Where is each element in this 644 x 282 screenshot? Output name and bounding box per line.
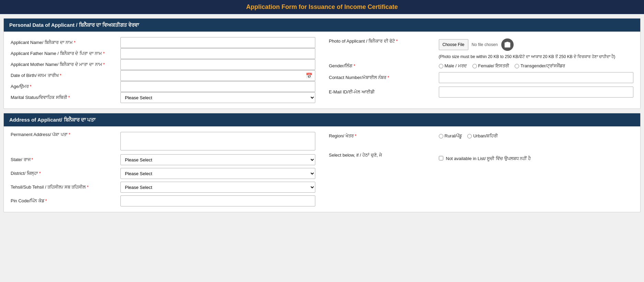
email-input[interactable] bbox=[439, 87, 634, 98]
select-below-label: Select below, if / ਹੇਠਾਂ ਚੁਣੋ, ਜੇ bbox=[329, 153, 435, 158]
mother-name-group: Applicant Mother Name/ ਬਿਨੈਕਾਰ ਦੇ ਮਾਤਾ ਦ… bbox=[11, 59, 315, 70]
gender-female-radio[interactable] bbox=[472, 64, 477, 68]
state-group: State/ ਰਾਜ* Please Select bbox=[11, 154, 315, 165]
gender-group: Gender/ਲਿੰਗ* Male / ਮਰਦ Female/ ਇਸਤਰੀ bbox=[329, 63, 634, 69]
dob-group: Date of Birth/ ਜਨਮ ਤਾਰੀਖ* 📅 bbox=[11, 70, 315, 81]
father-name-label: Applicant Father Name / ਬਿਨੈਕਾਰ ਦੇ ਪਿਤਾ … bbox=[11, 51, 117, 56]
personal-data-section: Personal Data of Applicant / ਬਿਨੈਕਾਰ ਦਾ … bbox=[3, 18, 641, 109]
marital-status-group: Marital Status/ਵਿਵਾਹਿਕ ਸਥਿਤੀ* Please Sel… bbox=[11, 92, 315, 103]
region-rural-radio[interactable] bbox=[439, 134, 443, 138]
gender-female-option[interactable]: Female/ ਇਸਤਰੀ bbox=[472, 63, 510, 69]
personal-left-col: Applicant Name/ ਬਿਨੈਕਾਰ ਦਾ ਨਾਮ* Applican… bbox=[11, 37, 315, 103]
gender-radio-group: Male / ਮਰਦ Female/ ਇਸਤਰੀ Transgender/ਟ੍ਰ… bbox=[439, 63, 565, 69]
mother-name-input[interactable] bbox=[120, 59, 315, 70]
applicant-name-label: Applicant Name/ ਬਿਨੈਕਾਰ ਦਾ ਨਾਮ* bbox=[11, 40, 117, 45]
contact-label: Contact Number/ਮੋਬਾਈਲ ਨੰਬਰ* bbox=[329, 75, 435, 80]
personal-section-header: Personal Data of Applicant / ਬਿਨੈਕਾਰ ਦਾ … bbox=[4, 19, 640, 32]
age-label: Age/ਉਮਰ* bbox=[11, 84, 117, 89]
age-input[interactable] bbox=[120, 81, 315, 92]
mother-name-label: Applicant Mother Name/ ਬਿਨੈਕਾਰ ਦੇ ਮਾਤਾ ਦ… bbox=[11, 62, 117, 67]
father-name-group: Applicant Father Name / ਬਿਨੈਕਾਰ ਦੇ ਪਿਤਾ … bbox=[11, 48, 315, 59]
applicant-name-group: Applicant Name/ ਬਿਨੈਕਾਰ ਦਾ ਨਾਮ* bbox=[11, 37, 315, 48]
district-label: District/ ਜ਼ਿਲ੍ਹਾ* bbox=[11, 171, 117, 176]
photo-label: Photo of Applicant / ਬਿਨੈਕਾਰ ਦੀ ਫੋਟੋ* bbox=[329, 38, 435, 44]
email-label: E-Mail ID/ਈ-ਮੇਲ ਆਈਡੀ bbox=[329, 89, 435, 95]
photo-note: (Photo size must be within 20 KB to 250 … bbox=[439, 54, 616, 60]
gender-male-radio[interactable] bbox=[439, 64, 443, 68]
region-group: Region/ ਖੇਤਰ* Rural/ਪੇਂਡੂ Urban/ਸ਼ਹਿਰੀ bbox=[329, 133, 634, 139]
age-group: Age/ਉਮਰ* bbox=[11, 81, 315, 92]
address-section: Address of Applicant/ ਬਿਨੈਕਾਰ ਦਾ ਪਤਾ Per… bbox=[3, 113, 641, 212]
marital-status-label: Marital Status/ਵਿਵਾਹਿਕ ਸਥਿਤੀ* bbox=[11, 95, 117, 100]
pincode-group: Pin Code/ਪਿੰਨ ਕੋਡ* bbox=[11, 195, 315, 206]
region-urban-option[interactable]: Urban/ਸ਼ਹਿਰੀ bbox=[467, 133, 498, 139]
gender-male-option[interactable]: Male / ਮਰਦ bbox=[439, 63, 467, 69]
dob-input[interactable] bbox=[120, 70, 315, 81]
district-select[interactable]: Please Select bbox=[120, 168, 315, 179]
gender-transgender-option[interactable]: Transgender/ਟ੍ਰਾਂਸਜੈਂਡਰ bbox=[515, 63, 565, 69]
state-select[interactable]: Please Select bbox=[120, 154, 315, 165]
applicant-name-input[interactable] bbox=[120, 37, 315, 48]
district-group: District/ ਜ਼ਿਲ੍ਹਾ* Please Select bbox=[11, 168, 315, 179]
address-section-header: Address of Applicant/ ਬਿਨੈਕਾਰ ਦਾ ਪਤਾ bbox=[4, 113, 640, 126]
pincode-input[interactable] bbox=[120, 195, 315, 206]
gender-label: Gender/ਲਿੰਗ* bbox=[329, 63, 435, 69]
marital-status-select[interactable]: Please Select bbox=[120, 92, 315, 103]
email-group: E-Mail ID/ਈ-ਮੇਲ ਆਈਡੀ bbox=[329, 87, 634, 98]
personal-right-col: Photo of Applicant / ਬਿਨੈਕਾਰ ਦੀ ਫੋਟੋ* Ch… bbox=[329, 37, 634, 98]
contact-group: Contact Number/ਮੋਬਾਈਲ ਨੰਬਰ* bbox=[329, 72, 634, 83]
select-below-group: Select below, if / ਹੇਠਾਂ ਚੁਣੋ, ਜੇ Not av… bbox=[329, 153, 634, 162]
permanent-address-group: Permanent Address/ ਪੱਕਾ ਪਤਾ* bbox=[11, 132, 315, 151]
tehsil-select[interactable]: Please Select bbox=[120, 182, 315, 193]
camera-icon[interactable] bbox=[501, 38, 514, 51]
gender-transgender-radio[interactable] bbox=[515, 64, 519, 68]
not-available-label: Not available in List/ ਸੂਚੀ ਵਿੱਚ ਉਪਲਬਧ ਨ… bbox=[446, 155, 531, 162]
no-file-text: No file chosen bbox=[472, 42, 498, 47]
permanent-address-input[interactable] bbox=[120, 132, 315, 150]
page-title: Application Form for Issuance of Income … bbox=[0, 0, 644, 14]
region-radio-group: Rural/ਪੇਂਡੂ Urban/ਸ਼ਹਿਰੀ bbox=[439, 133, 498, 139]
pincode-label: Pin Code/ਪਿੰਨ ਕੋਡ* bbox=[11, 198, 117, 204]
region-label: Region/ ਖੇਤਰ* bbox=[329, 133, 435, 139]
address-left-col: Permanent Address/ ਪੱਕਾ ਪਤਾ* State/ ਰਾਜ*… bbox=[11, 132, 315, 206]
state-label: State/ ਰਾਜ* bbox=[11, 157, 117, 162]
address-right-col: Region/ ਖੇਤਰ* Rural/ਪੇਂਡੂ Urban/ਸ਼ਹਿਰੀ bbox=[329, 132, 634, 162]
region-rural-option[interactable]: Rural/ਪੇਂਡੂ bbox=[439, 133, 462, 139]
photo-group: Photo of Applicant / ਬਿਨੈਕਾਰ ਦੀ ਫੋਟੋ* Ch… bbox=[329, 38, 634, 60]
tehsil-group: Tehsil/Sub Tehsil / ਤਹਿਸੀਲ/ ਸਬ ਤਹਿਸੀਲ* P… bbox=[11, 182, 315, 193]
permanent-address-label: Permanent Address/ ਪੱਕਾ ਪਤਾ* bbox=[11, 132, 117, 137]
choose-file-button[interactable]: Choose File bbox=[439, 39, 468, 50]
contact-input[interactable] bbox=[439, 72, 634, 83]
dob-label: Date of Birth/ ਜਨਮ ਤਾਰੀਖ* bbox=[11, 73, 117, 78]
not-available-checkbox[interactable] bbox=[439, 156, 443, 160]
tehsil-label: Tehsil/Sub Tehsil / ਤਹਿਸੀਲ/ ਸਬ ਤਹਿਸੀਲ* bbox=[11, 184, 117, 190]
region-urban-radio[interactable] bbox=[467, 134, 472, 138]
father-name-input[interactable] bbox=[120, 48, 315, 59]
